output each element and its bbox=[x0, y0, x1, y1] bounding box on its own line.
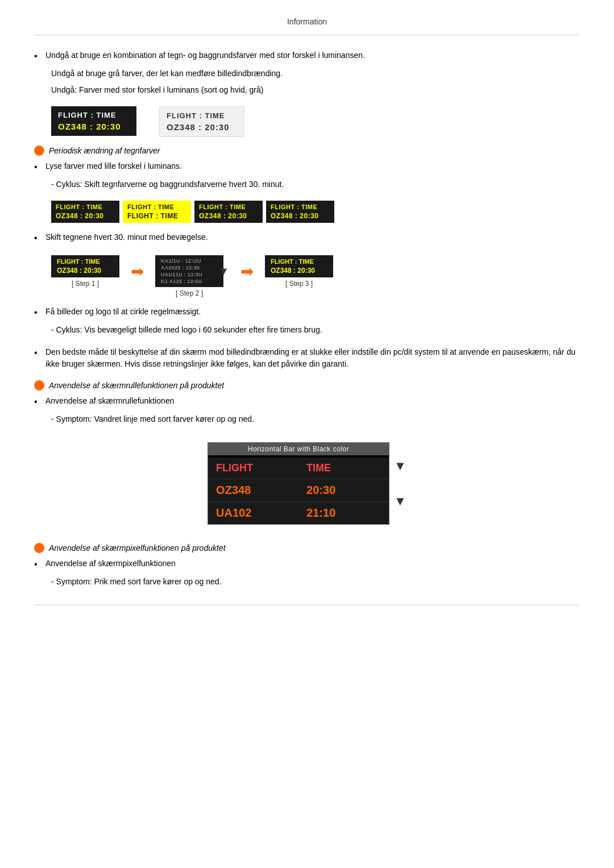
step1-data: OZ348 : 20:30 bbox=[57, 267, 114, 275]
step2-box: KA1/1U : 1Z:UU AA0025 : 13:35 UAU11U : 1… bbox=[155, 255, 223, 287]
scrollbar-header: Horizontal Bar with Black color bbox=[208, 443, 389, 455]
flight-demos: FLIGHT : TIME OZ348 : 20:30 FLIGHT : TIM… bbox=[51, 106, 580, 137]
cycle-data-4: OZ348 : 20:30 bbox=[271, 212, 330, 220]
arrow-right-1: ➡ bbox=[131, 262, 144, 281]
step1-box: FLIGHT : TIME OZ348 : 20:30 bbox=[51, 255, 119, 277]
cycle-box-4: FLIGHT : TIME OZ348 : 20:30 bbox=[266, 201, 334, 223]
step-demos: FLIGHT : TIME OZ348 : 20:30 [ Step 1 ] ➡… bbox=[51, 255, 580, 297]
section-4: • Få billeder og logo til at cirkle rege… bbox=[34, 306, 580, 336]
cycle-data-2: FLIGHT : TIME bbox=[127, 212, 186, 220]
bullet-item-5: • Den bedste måde til beskyttelse af din… bbox=[34, 346, 580, 370]
scrollbar-demo-inner: Horizontal Bar with Black color FLIGHT T… bbox=[208, 435, 406, 531]
bullet-item-4: • Få billeder og logo til at cirkle rege… bbox=[34, 306, 580, 319]
time-cell: TIME bbox=[298, 458, 389, 479]
flight-dark-header: FLIGHT : TIME bbox=[58, 111, 130, 119]
step3-data: OZ348 : 20:30 bbox=[271, 267, 327, 275]
arrow-right-2: ➡ bbox=[240, 262, 254, 281]
flight-box-light: FLIGHT : TIME OZ348 : 20:30 bbox=[159, 106, 244, 137]
page-header: Information bbox=[34, 11, 580, 35]
section-6: • Anvendelse af skærmrullefunktionen - S… bbox=[34, 395, 580, 425]
flight-dark-data: OZ348 : 20:30 bbox=[58, 122, 130, 131]
step1-container: FLIGHT : TIME OZ348 : 20:30 [ Step 1 ] bbox=[51, 255, 119, 288]
orange-bullet-row-1: Periodisk ændring af tegnfarver bbox=[34, 146, 580, 156]
t2110-cell: 21:10 bbox=[298, 502, 389, 524]
step3-header: FLIGHT : TIME bbox=[271, 258, 327, 265]
indent-text-4: - Cyklus: Vis bevægeligt billede med log… bbox=[34, 324, 580, 336]
cycle-box-2: FLIGHT : TIME FLIGHT : TIME bbox=[123, 201, 191, 223]
bullet-text-4: Få billeder og logo til at cirkle regelm… bbox=[45, 306, 580, 318]
step2-header-line1: KA1/1U : 1Z:UU bbox=[161, 258, 218, 264]
orange-circle-icon-2 bbox=[34, 380, 44, 391]
scrollbar-row-ua: UA102 21:10 bbox=[208, 502, 389, 524]
scroll-down-arrow-top-icon: ▼ bbox=[394, 460, 406, 472]
orange-circle-icon-3 bbox=[34, 543, 44, 553]
scrollbar-demo-wrapper: Horizontal Bar with Black color FLIGHT T… bbox=[34, 435, 580, 531]
orange-label-3: Anvendelse af skærmpixelfunktionen på pr… bbox=[49, 543, 226, 553]
bullet-text-2: Lyse farver med lille forskel i luminans… bbox=[45, 160, 580, 172]
indent-text-5: - Symptom: Vandret linje med sort farver… bbox=[34, 413, 580, 425]
bullet-text-1: Undgå at bruge en kombination af tegn- o… bbox=[45, 49, 580, 61]
indent-text-2: Undgå: Farver med stor forskel i luminan… bbox=[34, 84, 580, 96]
step2-down-arrow-icon: ▼ bbox=[218, 265, 229, 278]
bottom-border bbox=[34, 605, 580, 605]
indent-text-6: - Symptom: Prik med sort farve kører op … bbox=[34, 576, 580, 588]
indent-text-3: - Cyklus: Skift tegnfarverne og baggrund… bbox=[34, 178, 580, 190]
bullet-item-6: • Anvendelse af skærmrullefunktionen bbox=[34, 395, 580, 409]
scrollbar-row-oz: OZ348 20:30 bbox=[208, 479, 389, 502]
bullet-dot-7: • bbox=[34, 558, 45, 571]
scrollbar-arrows: ▼ ▼ bbox=[394, 435, 406, 531]
cycle-demos: FLIGHT : TIME OZ348 : 20:30 FLIGHT : TIM… bbox=[51, 201, 580, 223]
cycle-header-1: FLIGHT : TIME bbox=[56, 203, 115, 210]
step2-container: KA1/1U : 1Z:UU AA0025 : 13:35 UAU11U : 1… bbox=[155, 255, 223, 297]
orange-bullet-row-2: Anvendelse af skærmrullefunktionen på pr… bbox=[34, 380, 580, 391]
bullet-dot-1: • bbox=[34, 49, 45, 63]
page-container: Information • Undgå at bruge en kombinat… bbox=[0, 0, 614, 628]
bullet-dot-2: • bbox=[34, 160, 45, 174]
section-5: • Den bedste måde til beskyttelse af din… bbox=[34, 346, 580, 370]
cycle-box-1: FLIGHT : TIME OZ348 : 20:30 bbox=[51, 201, 119, 223]
section-3: • Skift tegnene hvert 30. minut med bevæ… bbox=[34, 231, 580, 245]
section-2: • Lyse farver med lille forskel i lumina… bbox=[34, 160, 580, 190]
bullet-item-1: • Undgå at bruge en kombination af tegn-… bbox=[34, 49, 580, 63]
flight-light-data: OZ348 : 20:30 bbox=[167, 122, 237, 132]
scrollbar-demo: Horizontal Bar with Black color FLIGHT T… bbox=[208, 442, 389, 525]
orange-label-1: Periodisk ændring af tegnfarver bbox=[49, 146, 160, 155]
flight-box-dark: FLIGHT : TIME OZ348 : 20:30 bbox=[51, 106, 136, 136]
bullet-text-6: Anvendelse af skærmrullefunktionen bbox=[45, 395, 580, 407]
bullet-text-7: Anvendelse af skærmpixelfunktionen bbox=[45, 558, 580, 570]
step3-container: FLIGHT : TIME OZ348 : 20:30 [ Step 3 ] bbox=[265, 255, 333, 288]
cycle-header-4: FLIGHT : TIME bbox=[271, 203, 330, 210]
bullet-dot-5: • bbox=[34, 346, 45, 360]
step2-header-line2: AA0025 : 13:35 bbox=[161, 265, 218, 271]
bullet-item-7: • Anvendelse af skærmpixelfunktionen bbox=[34, 558, 580, 571]
step2-data-line2: K1 A125 : 13:5U bbox=[161, 279, 218, 284]
step3-box: FLIGHT : TIME OZ348 : 20:30 bbox=[265, 255, 333, 277]
scroll-down-arrow-bottom-icon: ▼ bbox=[394, 495, 406, 508]
bullet-dot-3: • bbox=[34, 231, 45, 245]
section-7: • Anvendelse af skærmpixelfunktionen - S… bbox=[34, 558, 580, 588]
step2-data-line1: UAU11U : 13:3U bbox=[161, 272, 218, 277]
bullet-item-3: • Skift tegnene hvert 30. minut med bevæ… bbox=[34, 231, 580, 245]
cycle-data-1: OZ348 : 20:30 bbox=[56, 212, 115, 220]
step1-label: [ Step 1 ] bbox=[72, 280, 99, 288]
indent-text-1: Undgå at bruge grå farver, der let kan m… bbox=[34, 68, 580, 80]
scrollbar-content: FLIGHT TIME OZ348 20:30 UA102 21:10 bbox=[208, 458, 389, 524]
orange-circle-icon-1 bbox=[34, 146, 44, 156]
oz-cell: OZ348 bbox=[208, 479, 298, 501]
flight-light-header: FLIGHT : TIME bbox=[167, 111, 237, 120]
step2-label: [ Step 2 ] bbox=[176, 289, 203, 297]
orange-label-2: Anvendelse af skærmrullefunktionen på pr… bbox=[49, 381, 224, 390]
step3-label: [ Step 3 ] bbox=[285, 280, 313, 288]
cycle-header-2: FLIGHT : TIME bbox=[127, 203, 186, 210]
cycle-box-3: FLIGHT : TIME OZ348 : 20:30 bbox=[194, 201, 263, 223]
cycle-data-3: OZ348 : 20:30 bbox=[199, 212, 258, 220]
ua-cell: UA102 bbox=[208, 502, 298, 524]
step1-header: FLIGHT : TIME bbox=[57, 258, 114, 265]
scrollbar-row-header: FLIGHT TIME bbox=[208, 458, 389, 479]
orange-bullet-row-3: Anvendelse af skærmpixelfunktionen på pr… bbox=[34, 543, 580, 553]
flight-cell: FLIGHT bbox=[208, 458, 298, 479]
bullet-dot-6: • bbox=[34, 395, 45, 409]
bullet-dot-4: • bbox=[34, 306, 45, 319]
bullet-item-2: • Lyse farver med lille forskel i lumina… bbox=[34, 160, 580, 174]
bullet-text-5: Den bedste måde til beskyttelse af din s… bbox=[45, 346, 580, 370]
